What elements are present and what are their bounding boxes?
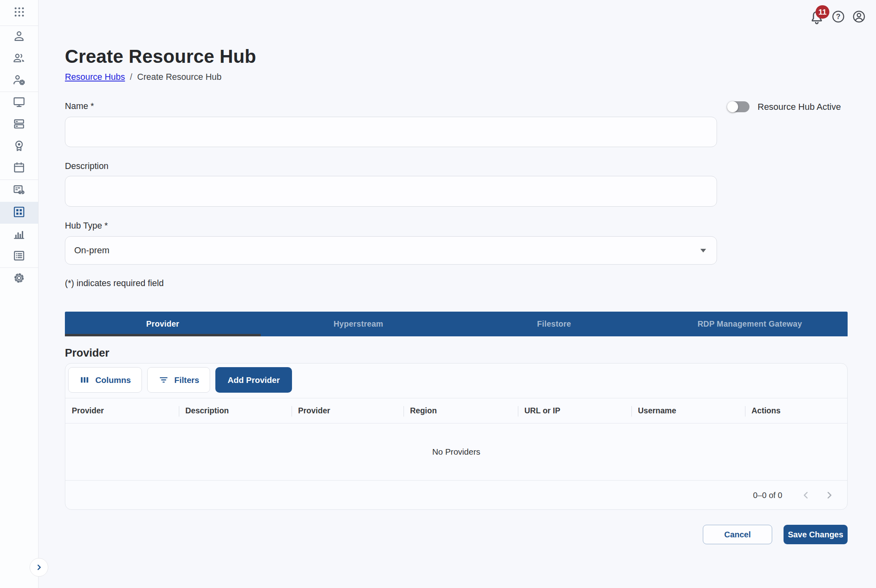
hub-tabs: Provider Hyperstream Filestore RDP Manag… [65,312,848,336]
sidebar-item-schedule[interactable] [0,158,38,180]
column-header-description[interactable]: Description [179,398,292,423]
cancel-button[interactable]: Cancel [703,525,772,544]
column-header-username[interactable]: Username [631,398,745,423]
page-title: Create Resource Hub [65,45,256,67]
hub-type-select[interactable]: On-prem [65,236,717,265]
grid-squares-icon [12,205,26,220]
chevron-left-icon [800,489,812,501]
column-header-provider-2[interactable]: Provider [292,398,404,423]
view-columns-icon [79,374,90,385]
hub-type-label: Hub Type * [65,221,108,231]
sidebar-item-desktops[interactable] [0,92,38,114]
gear-icon [12,271,26,287]
toggle-label: Resource Hub Active [758,102,841,112]
table-toolbar: Columns Filters Add Provider [65,363,847,398]
sidebar-item-reports[interactable] [0,224,38,246]
column-header-provider[interactable]: Provider [65,398,179,423]
notifications-button[interactable]: 11 [809,10,824,25]
column-header-region[interactable]: Region [404,398,518,423]
create-resource-hub-page: 11 ? Create Resource Hub Resource Hubs /… [0,0,876,588]
name-label: Name * [65,101,94,111]
sidebar-item-servers[interactable] [0,114,38,136]
sidebar-item-logs[interactable] [0,246,38,267]
sidebar-item-settings[interactable] [0,268,38,290]
columns-button-label: Columns [95,375,131,385]
breadcrumb-current: Create Resource Hub [137,72,221,82]
empty-state-text: No Providers [65,423,847,480]
server-stack-icon [12,117,26,133]
sidebar-item-sessions[interactable] [0,136,38,158]
sidebar-item-apps[interactable] [0,0,38,26]
breadcrumb-separator: / [130,72,132,82]
sidebar-item-linked-resources[interactable] [0,180,38,202]
description-label: Description [65,161,109,171]
svg-text:?: ? [836,13,841,21]
sidebar-item-resource-hubs[interactable] [0,202,38,224]
tab-hyperstream[interactable]: Hyperstream [261,312,457,336]
description-input[interactable] [65,176,717,207]
pagination-next-button[interactable] [820,486,838,504]
toggle-thumb [727,101,738,112]
column-header-actions[interactable]: Actions [745,398,847,423]
name-input[interactable] [65,117,717,147]
active-tab-indicator [65,334,261,336]
help-icon: ? [831,10,845,24]
table-pagination: 0–0 of 0 [65,480,847,510]
apps-grid-icon [13,6,26,20]
resource-hub-active-toggle-group: Resource Hub Active [728,101,841,112]
tab-provider[interactable]: Provider [65,312,261,336]
filters-button[interactable]: Filters [147,367,210,393]
add-provider-button[interactable]: Add Provider [215,367,292,393]
monitor-icon [12,95,26,111]
list-alt-icon [12,249,26,264]
sidebar [0,0,39,588]
sidebar-item-user-management[interactable] [0,70,38,92]
resource-hub-active-toggle[interactable] [728,101,749,112]
card-link-icon [12,183,26,199]
pagination-previous-button[interactable] [797,486,815,504]
chevron-right-icon [34,562,44,573]
breadcrumb-link-resource-hubs[interactable]: Resource Hubs [65,72,125,82]
badge-award-icon [12,139,26,154]
footer-actions: Cancel Save Changes [65,525,848,544]
save-changes-button[interactable]: Save Changes [784,525,848,544]
table-header-row: Provider Description Provider Region URL… [65,398,847,423]
people-icon [12,51,26,66]
provider-section-heading: Provider [65,347,110,359]
column-header-url-or-ip[interactable]: URL or IP [518,398,631,423]
filter-list-icon [158,374,169,385]
caret-down-icon [700,249,706,252]
help-button[interactable]: ? [831,10,845,25]
required-field-note: (*) indicates required field [65,278,164,289]
calendar-icon [12,161,26,176]
account-icon [852,10,866,24]
provider-table-card: Columns Filters Add Provider Provider De… [65,363,848,510]
topbar-actions: 11 ? [809,10,866,25]
tab-rdp-management-gateway[interactable]: RDP Management Gateway [652,312,848,336]
sidebar-expand-button[interactable] [30,558,48,577]
person-icon [12,29,26,45]
chevron-right-icon [823,489,835,501]
sidebar-item-profile[interactable] [0,26,38,48]
notifications-badge: 11 [816,5,829,19]
breadcrumb: Resource Hubs / Create Resource Hub [65,72,221,82]
bar-chart-icon [12,227,26,242]
hub-type-value: On-prem [74,245,700,256]
sidebar-item-users[interactable] [0,48,38,70]
person-gear-icon [12,73,26,88]
tab-filestore[interactable]: Filestore [456,312,652,336]
pagination-range: 0–0 of 0 [753,491,782,500]
filters-button-label: Filters [174,375,200,385]
account-button[interactable] [852,10,866,25]
columns-button[interactable]: Columns [68,367,142,393]
